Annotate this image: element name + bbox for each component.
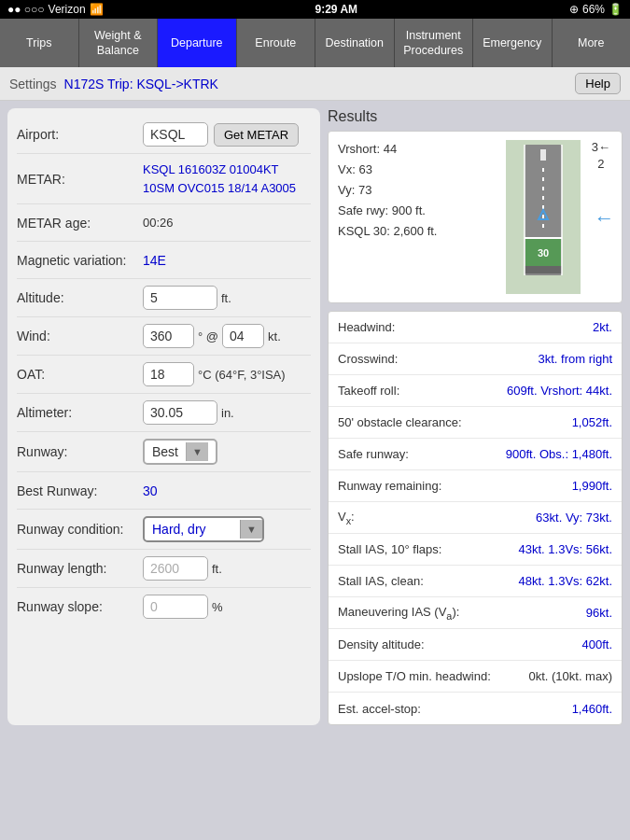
runway-condition-row: Runway condition: Hard, dry ▼ bbox=[17, 510, 311, 550]
runway-svg: 30 bbox=[487, 140, 599, 294]
oat-unit: °C (64°F, 3°ISA) bbox=[198, 368, 286, 382]
main-content: Airport: Get METAR METAR: KSQL 161603Z 0… bbox=[0, 101, 630, 733]
metar-row: METAR: KSQL 161603Z 01004KT 10SM OVC015 … bbox=[17, 154, 311, 204]
runway-slope-label: Runway slope: bbox=[17, 599, 143, 614]
runway-condition-label: Runway condition: bbox=[17, 522, 143, 537]
maneuvering-label: Maneuvering IAS (Va): bbox=[338, 605, 586, 622]
trip-label: N172S Trip: KSQL->KTRK bbox=[64, 77, 218, 91]
carrier-label: Verizon bbox=[49, 3, 86, 16]
wind-unit: kt. bbox=[268, 329, 281, 343]
tab-emergency[interactable]: Emergency bbox=[473, 19, 553, 67]
tab-instrument-procedures[interactable]: InstrumentProcedures bbox=[395, 19, 474, 67]
diagram-safe-rwy: Safe rwy: 900 ft. bbox=[338, 201, 455, 221]
location-icon: ⊕ bbox=[569, 3, 579, 16]
get-metar-button[interactable]: Get METAR bbox=[214, 123, 299, 147]
upslope-label: Upslope T/O min. headwind: bbox=[338, 669, 528, 683]
right-panel: Results Vrshort: 44 Vx: 63 Vy: 73 Safe r… bbox=[328, 108, 623, 725]
tab-trips[interactable]: Trips bbox=[0, 19, 79, 67]
battery-level: 66% bbox=[582, 3, 605, 16]
airport-row: Airport: Get METAR bbox=[17, 116, 311, 154]
runway-diagram: Vrshort: 44 Vx: 63 Vy: 73 Safe rwy: 900 … bbox=[328, 131, 623, 303]
wind-label: Wind: bbox=[17, 329, 143, 343]
upslope-value: 0kt. (10kt. max) bbox=[528, 669, 612, 683]
result-row-upslope: Upslope T/O min. headwind: 0kt. (10kt. m… bbox=[329, 661, 622, 693]
tab-departure[interactable]: Departure bbox=[158, 19, 237, 67]
tab-enroute[interactable]: Enroute bbox=[237, 19, 316, 67]
altitude-input[interactable] bbox=[143, 286, 217, 310]
runway-length-label: Runway length: bbox=[17, 561, 143, 576]
condition-select-label: Hard, dry bbox=[145, 518, 240, 540]
best-runway-row: Best Runway: 30 bbox=[17, 472, 311, 510]
result-row-accel-stop: Est. accel-stop: 1,460ft. bbox=[329, 693, 622, 724]
diagram-vx: Vx: 63 bbox=[338, 160, 455, 180]
result-row-stall-clean: Stall IAS, clean: 48kt. 1.3Vs: 62kt. bbox=[329, 566, 622, 597]
runway-length-input[interactable] bbox=[143, 556, 208, 581]
diagram-ksql-rwy: KSQL 30: 2,600 ft. bbox=[338, 221, 455, 242]
diagram-canvas: 3←2 30 bbox=[464, 132, 622, 302]
altimeter-input[interactable] bbox=[143, 400, 217, 425]
runway-remaining-value: 1,990ft. bbox=[572, 479, 612, 493]
svg-text:30: 30 bbox=[537, 247, 548, 259]
runway-length-unit: ft. bbox=[212, 562, 222, 576]
runway-label: Runway: bbox=[17, 444, 143, 459]
result-row-safe-runway: Safe runway: 900ft. Obs.: 1,480ft. bbox=[329, 439, 622, 470]
headwind-label: Headwind: bbox=[338, 320, 593, 334]
diagram-vrshort: Vrshort: 44 bbox=[338, 139, 455, 160]
stall-clean-value: 48kt. 1.3Vs: 62kt. bbox=[519, 574, 612, 588]
metar-label: METAR: bbox=[17, 172, 143, 187]
metar-age-row: METAR age: 00:26 bbox=[17, 204, 311, 242]
settings-bar: Settings N172S Trip: KSQL->KTRK Help bbox=[0, 67, 630, 101]
oat-input[interactable] bbox=[143, 362, 194, 386]
status-bar: ●● ○○○ Verizon 📶 9:29 AM ⊕ 66% 🔋 bbox=[0, 0, 630, 19]
signal-dots: ●● ○○○ bbox=[7, 3, 45, 16]
wind-deg-symbol: ° @ bbox=[198, 329, 218, 343]
altimeter-label: Altimeter: bbox=[17, 405, 143, 420]
oat-label: OAT: bbox=[17, 367, 143, 382]
mag-var-value: 14E bbox=[143, 253, 166, 268]
result-row-obstacle: 50' obstacle clearance: 1,052ft. bbox=[329, 407, 622, 439]
left-panel: Airport: Get METAR METAR: KSQL 161603Z 0… bbox=[7, 108, 320, 725]
best-runway-value: 30 bbox=[143, 483, 158, 498]
runway-select[interactable]: Best ▼ bbox=[143, 439, 217, 465]
tab-more[interactable]: More bbox=[553, 19, 631, 67]
vx-vy-value: 63kt. Vy: 73kt. bbox=[536, 511, 612, 525]
runway-condition-select[interactable]: Hard, dry ▼ bbox=[143, 516, 264, 542]
tab-destination[interactable]: Destination bbox=[315, 19, 395, 67]
accel-stop-label: Est. accel-stop: bbox=[338, 702, 572, 716]
wifi-icon: 📶 bbox=[90, 3, 104, 16]
mag-var-label: Magnetic variation: bbox=[17, 253, 143, 268]
runway-slope-input[interactable] bbox=[143, 595, 208, 619]
result-row-maneuvering: Maneuvering IAS (Va): 96kt. bbox=[329, 597, 622, 629]
help-button[interactable]: Help bbox=[575, 73, 621, 94]
settings-label: Settings bbox=[9, 77, 57, 91]
compass-label: 3←2 bbox=[592, 139, 610, 173]
obstacle-value: 1,052ft. bbox=[572, 415, 612, 429]
tab-weight-balance[interactable]: Weight &Balance bbox=[79, 19, 159, 67]
wind-speed-input[interactable] bbox=[222, 324, 264, 348]
safe-runway-value: 900ft. Obs.: 1,480ft. bbox=[506, 447, 612, 461]
headwind-value: 2kt. bbox=[593, 320, 612, 334]
runway-dropdown-arrow[interactable]: ▼ bbox=[186, 442, 208, 461]
result-row-crosswind: Crosswind: 3kt. from right bbox=[329, 343, 622, 375]
metar-age-label: METAR age: bbox=[17, 216, 143, 231]
runway-slope-unit: % bbox=[212, 600, 223, 614]
mag-var-row: Magnetic variation: 14E bbox=[17, 242, 311, 279]
result-row-headwind: Headwind: 2kt. bbox=[329, 312, 622, 343]
wind-arrow-icon: → bbox=[594, 206, 614, 231]
stall-flaps-value: 43kt. 1.3Vs: 56kt. bbox=[519, 542, 612, 556]
accel-stop-value: 1,460ft. bbox=[572, 702, 612, 716]
altimeter-unit: in. bbox=[221, 406, 234, 420]
density-alt-value: 400ft. bbox=[581, 637, 612, 651]
diagram-info: Vrshort: 44 Vx: 63 Vy: 73 Safe rwy: 900 … bbox=[329, 132, 464, 302]
wind-direction-input[interactable] bbox=[143, 324, 194, 348]
status-right: ⊕ 66% 🔋 bbox=[569, 3, 623, 16]
condition-dropdown-arrow[interactable]: ▼ bbox=[240, 520, 262, 539]
crosswind-value: 3kt. from right bbox=[539, 352, 612, 366]
altitude-row: Altitude: ft. bbox=[17, 279, 311, 317]
time-display: 9:29 AM bbox=[315, 3, 358, 16]
airport-input[interactable] bbox=[143, 122, 208, 147]
result-row-stall-flaps: Stall IAS, 10° flaps: 43kt. 1.3Vs: 56kt. bbox=[329, 534, 622, 566]
density-alt-label: Density altitude: bbox=[338, 637, 581, 651]
oat-row: OAT: °C (64°F, 3°ISA) bbox=[17, 356, 311, 394]
runway-select-label: Best bbox=[145, 441, 186, 463]
